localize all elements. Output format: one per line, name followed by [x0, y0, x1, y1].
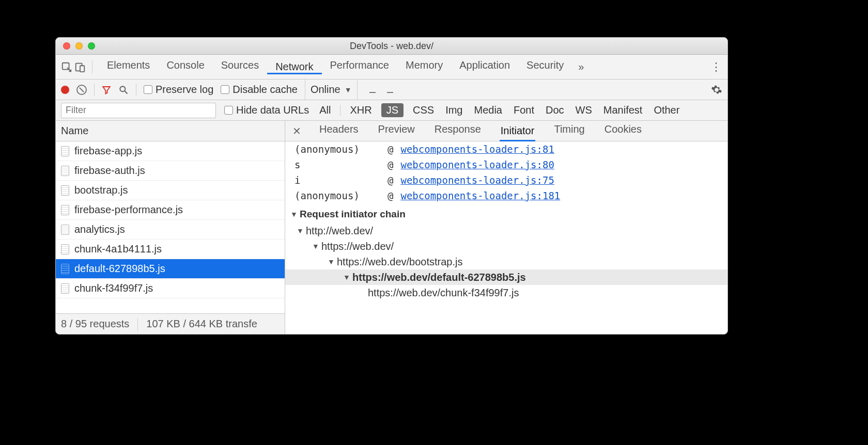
disclosure-triangle-icon: ▼: [312, 242, 319, 250]
initiator-chain-header[interactable]: ▼ Request initiator chain: [285, 203, 727, 223]
filter-type-js[interactable]: JS: [381, 103, 404, 117]
request-list[interactable]: firebase-app.jsfirebase-auth.jsbootstrap…: [56, 141, 285, 313]
hide-data-urls-checkbox[interactable]: Hide data URLs: [224, 104, 309, 116]
chain-node[interactable]: ▼https://web.dev/default-627898b5.js: [285, 269, 727, 285]
inspect-element-icon[interactable]: [61, 61, 72, 73]
checkbox-icon: [144, 85, 152, 94]
panel-tab-security[interactable]: Security: [518, 59, 572, 71]
throttling-select[interactable]: Online ▼: [305, 80, 358, 100]
clear-button[interactable]: [76, 85, 87, 95]
chain-url: https://web.dev/default-627898b5.js: [352, 272, 526, 283]
titlebar: DevTools - web.dev/: [56, 38, 727, 55]
filter-type-css[interactable]: CSS: [411, 103, 436, 117]
script-file-icon: [61, 244, 69, 255]
request-row[interactable]: chunk-f34f99f7.js: [56, 279, 285, 298]
request-row[interactable]: firebase-performance.js: [56, 200, 285, 220]
chain-node[interactable]: https://web.dev/chunk-f34f99f7.js: [285, 285, 727, 300]
request-row[interactable]: analytics.js: [56, 220, 285, 240]
chain-url: http://web.dev/: [306, 225, 373, 237]
network-toolbar: Preserve log Disable cache Online ▼: [56, 80, 727, 100]
panel-overflow-button[interactable]: »: [574, 55, 588, 79]
filter-toggle-icon[interactable]: [102, 85, 111, 94]
panel-tabs: ElementsConsoleSourcesNetworkPerformance…: [56, 55, 727, 80]
chain-url: https://web.dev/: [321, 241, 394, 252]
detail-tab-response[interactable]: Response: [433, 120, 482, 141]
search-icon[interactable]: [118, 85, 129, 95]
detail-tab-cookies[interactable]: Cookies: [603, 120, 643, 141]
disable-cache-checkbox[interactable]: Disable cache: [221, 84, 298, 96]
chain-url: https://web.dev/bootstrap.js: [337, 256, 462, 268]
panel-tab-sources[interactable]: Sources: [213, 59, 267, 71]
filter-type-all[interactable]: All: [317, 103, 333, 117]
close-detail-icon[interactable]: ✕: [292, 125, 303, 137]
detail-tab-headers[interactable]: Headers: [318, 120, 360, 141]
filter-type-media[interactable]: Media: [472, 103, 504, 117]
chain-node[interactable]: ▼http://web.dev/: [285, 223, 727, 239]
stack-source-link[interactable]: webcomponents-loader.js:75: [400, 174, 554, 186]
detail-tab-preview[interactable]: Preview: [377, 120, 416, 141]
request-row[interactable]: default-627898b5.js: [56, 259, 285, 279]
checkbox-icon: [224, 106, 233, 115]
panel-tab-elements[interactable]: Elements: [99, 59, 158, 71]
script-file-icon: [61, 166, 69, 176]
checkbox-icon: [221, 85, 229, 94]
network-body: Name firebase-app.jsfirebase-auth.jsboot…: [56, 121, 727, 334]
filter-type-doc[interactable]: Doc: [544, 103, 566, 117]
detail-tabs: ✕ HeadersPreviewResponseInitiatorTimingC…: [285, 121, 727, 141]
stack-function: i: [295, 174, 382, 186]
stack-frame: i@webcomponents-loader.js:75: [285, 172, 727, 188]
separator: [340, 105, 340, 116]
request-name: firebase-performance.js: [74, 204, 183, 216]
transfer-size: 107 KB / 644 KB transfe: [146, 318, 257, 330]
panel-tab-application[interactable]: Application: [451, 59, 518, 71]
window-title: DevTools - web.dev/: [56, 41, 727, 52]
separator: [136, 84, 136, 96]
stack-source-link[interactable]: webcomponents-loader.js:81: [400, 144, 554, 155]
panel-tab-network[interactable]: Network: [267, 59, 321, 74]
record-button[interactable]: [61, 86, 69, 94]
request-row[interactable]: firebase-app.js: [56, 141, 285, 161]
panel-tab-console[interactable]: Console: [158, 59, 212, 71]
filter-type-ws[interactable]: WS: [574, 103, 594, 117]
script-file-icon: [61, 225, 69, 235]
filter-type-img[interactable]: Img: [443, 103, 464, 117]
request-row[interactable]: bootstrap.js: [56, 181, 285, 200]
import-har-icon[interactable]: [368, 85, 377, 94]
filter-input[interactable]: [61, 103, 216, 118]
chain-node[interactable]: ▼https://web.dev/bootstrap.js: [285, 254, 727, 269]
request-name: default-627898b5.js: [74, 263, 165, 275]
script-file-icon: [61, 146, 69, 156]
stack-source-link[interactable]: webcomponents-loader.js:181: [400, 190, 560, 201]
chain-node[interactable]: ▼https://web.dev/: [285, 239, 727, 254]
stack-source-link[interactable]: webcomponents-loader.js:80: [400, 159, 554, 170]
device-toolbar-icon[interactable]: [74, 61, 86, 73]
request-list-header[interactable]: Name: [56, 121, 285, 141]
filter-type-xhr[interactable]: XHR: [348, 103, 374, 117]
request-name: analytics.js: [74, 224, 125, 235]
request-name: firebase-auth.js: [74, 165, 145, 177]
request-name: bootstrap.js: [74, 184, 128, 196]
request-name: firebase-app.js: [74, 145, 142, 157]
initiator-chain-title: Request initiator chain: [300, 209, 406, 220]
request-list-pane: Name firebase-app.jsfirebase-auth.jsboot…: [56, 121, 285, 334]
disable-cache-label: Disable cache: [233, 84, 298, 96]
preserve-log-checkbox[interactable]: Preserve log: [144, 84, 213, 96]
panel-tab-performance[interactable]: Performance: [322, 59, 398, 71]
customize-devtools-icon[interactable]: ⋮: [710, 60, 722, 74]
har-buttons: [365, 85, 395, 94]
detail-tab-timing[interactable]: Timing: [553, 120, 585, 141]
detail-tab-initiator[interactable]: Initiator: [500, 120, 536, 141]
request-row[interactable]: chunk-4a1b4111.js: [56, 240, 285, 259]
export-har-icon[interactable]: [385, 85, 395, 94]
preserve-log-label: Preserve log: [156, 84, 213, 96]
network-settings-icon[interactable]: [711, 84, 722, 96]
stack-function: (anonymous): [295, 144, 382, 155]
request-row[interactable]: firebase-auth.js: [56, 161, 285, 181]
filter-type-other[interactable]: Other: [652, 103, 681, 117]
disclosure-triangle-icon: ▼: [297, 227, 304, 235]
request-summary: 8 / 95 requests 107 KB / 644 KB transfe: [56, 313, 285, 334]
chevron-down-icon: ▼: [345, 86, 352, 94]
filter-type-font[interactable]: Font: [512, 103, 536, 117]
filter-type-manifest[interactable]: Manifest: [601, 103, 645, 117]
panel-tab-memory[interactable]: Memory: [397, 59, 451, 71]
